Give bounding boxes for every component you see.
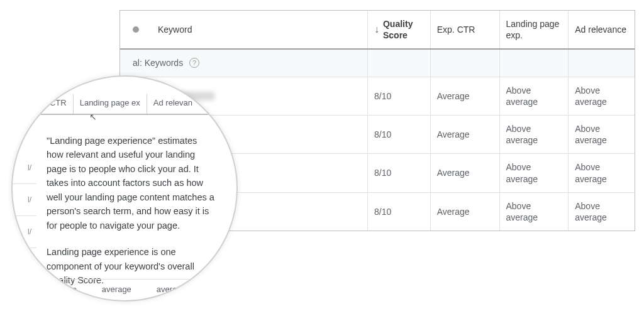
col-landing-page-exp-label: Landing page exp. <box>506 18 562 41</box>
help-icon[interactable]: ? <box>189 58 199 68</box>
left-stub-row: l/ <box>13 184 36 216</box>
table-subheader: al: Keywords ? <box>120 50 635 77</box>
quality-score-cell: 8/10 <box>368 116 431 153</box>
tab-landing-page-exp-label: Landing page ex <box>80 98 140 107</box>
magnifier-footer-row: e average avera <box>38 279 211 294</box>
ad-relevance-cell: Above average <box>569 116 635 153</box>
col-quality-score-label: Quality Score <box>383 18 424 41</box>
col-ad-relevance-label: Ad relevance <box>575 24 626 35</box>
col-exp-ctr-label: Exp. CTR <box>437 24 475 35</box>
col-ad-relevance[interactable]: Ad relevance <box>569 11 635 48</box>
ad-relevance-cell: Above average <box>569 154 635 192</box>
subheader-qs <box>368 50 431 76</box>
exp-ctr-cell: Average <box>431 193 500 231</box>
landing-page-exp-cell: Above average <box>500 193 569 231</box>
table-header-row: Keyword ↓ Quality Score Exp. CTR Landing… <box>120 11 635 50</box>
tab-ad-relevance[interactable]: Ad relevan <box>147 94 199 114</box>
subheader-ar <box>569 50 635 76</box>
cursor-pointer-icon: ↖ <box>89 112 97 122</box>
quality-score-cell: 8/10 <box>368 154 431 192</box>
exp-ctr-cell: Average <box>431 116 500 153</box>
landing-page-exp-cell: Above average <box>500 77 569 115</box>
magnifier-zoom: xp. CTR Landing page ex ↖ Ad relevan l/ … <box>11 75 238 302</box>
sort-arrow-down-icon: ↓ <box>374 23 379 36</box>
exp-ctr-cell: Average <box>431 154 500 192</box>
left-stub-row: l/ <box>13 152 36 184</box>
subheader-keyword: al: Keywords ? <box>120 50 368 76</box>
landing-page-exp-cell: Above average <box>500 154 569 192</box>
subheader-lpe <box>500 50 569 76</box>
ad-relevance-cell: Above average <box>569 193 635 231</box>
quality-score-cell: 8/10 <box>368 193 431 231</box>
tab-exp-ctr[interactable]: xp. CTR <box>30 94 73 114</box>
subheader-ctr <box>431 50 500 76</box>
left-stub-row: l/ <box>13 216 36 248</box>
landing-page-exp-cell: Above average <box>500 116 569 153</box>
status-dot-icon <box>133 26 139 33</box>
magnifier-left-stub: l/ l/ l/ <box>13 152 36 248</box>
ad-relevance-cell: Above average <box>569 77 635 115</box>
col-exp-ctr[interactable]: Exp. CTR <box>431 11 500 48</box>
col-quality-score[interactable]: ↓ Quality Score <box>368 11 431 48</box>
footer-cell: avera <box>157 285 177 294</box>
footer-cell: average <box>102 285 131 294</box>
tooltip-paragraph: "Landing page experience" estimates how … <box>47 134 215 232</box>
tooltip-body: "Landing page experience" estimates how … <box>13 115 236 302</box>
subheader-label: al: Keywords <box>133 57 183 68</box>
exp-ctr-cell: Average <box>431 77 500 115</box>
quality-score-cell: 8/10 <box>368 77 431 115</box>
tab-landing-page-exp[interactable]: Landing page ex ↖ <box>73 94 147 114</box>
col-keyword[interactable]: Keyword <box>120 11 368 48</box>
col-landing-page-exp[interactable]: Landing page exp. <box>500 11 569 48</box>
footer-cell: e <box>72 285 77 294</box>
col-keyword-label: Keyword <box>158 24 192 35</box>
